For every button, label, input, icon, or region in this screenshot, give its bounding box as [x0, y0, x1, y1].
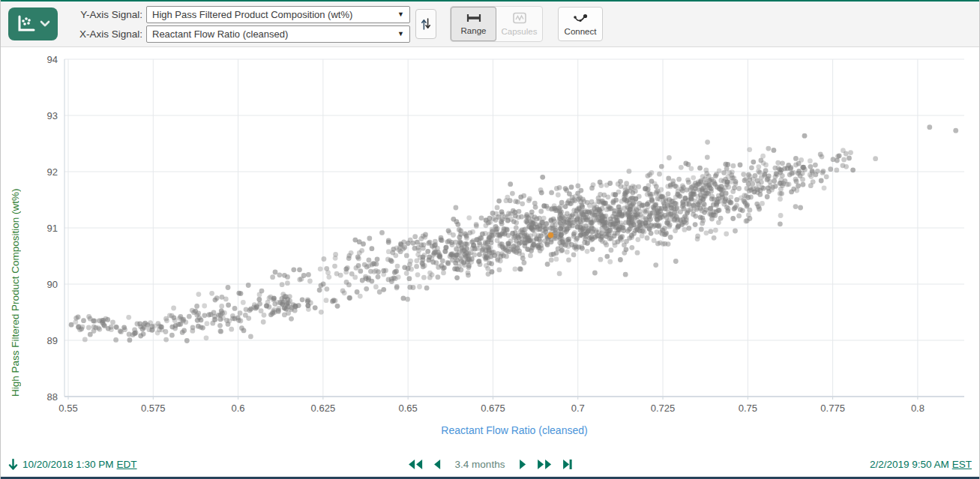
- end-timezone-link[interactable]: EST: [952, 459, 972, 470]
- step-to-end-icon: [562, 459, 573, 470]
- svg-text:90: 90: [47, 279, 58, 290]
- right-arrow-icon: [518, 459, 527, 470]
- display-range-end: 2/2/2019 9:50 AMEST: [870, 459, 972, 470]
- connect-button[interactable]: Connect: [558, 7, 603, 41]
- svg-text:88: 88: [47, 391, 58, 403]
- swap-axes-button[interactable]: [415, 9, 436, 39]
- dropdown-caret-icon: ▼: [397, 10, 404, 18]
- display-range-duration[interactable]: 3.4 months: [455, 459, 505, 470]
- svg-text:0.6: 0.6: [232, 403, 245, 414]
- connected-points-icon: [571, 13, 589, 24]
- svg-text:92: 92: [47, 166, 58, 178]
- toolbar: Y-Axis Signal: High Pass Filtered Produc…: [1, 0, 979, 47]
- svg-text:0.7: 0.7: [571, 403, 585, 414]
- chevron-down-icon: [40, 20, 50, 28]
- time-navigation: 3.4 months: [407, 459, 574, 470]
- range-ibeam-icon: [466, 13, 482, 23]
- svg-text:0.675: 0.675: [481, 403, 505, 414]
- svg-text:0.725: 0.725: [651, 403, 676, 414]
- scatterplot-tool-button[interactable]: [8, 7, 58, 40]
- svg-text:0.75: 0.75: [739, 403, 757, 414]
- end-datetime: 2/2/2019 9:50 AM: [870, 459, 949, 470]
- chart-region: 0.550.5750.60.6250.650.6750.70.7250.750.…: [1, 47, 980, 453]
- left-arrow-icon: [433, 459, 442, 470]
- svg-text:0.625: 0.625: [311, 403, 336, 414]
- start-datetime: 10/20/2018 1:30 PM: [22, 459, 114, 470]
- axis-signal-selectors: Y-Axis Signal: High Pass Filtered Produc…: [65, 6, 410, 43]
- arrow-down-icon: [8, 459, 18, 471]
- display-range-bar: 10/20/2018 1:30 PMEDT 3.4 months: [1, 452, 979, 477]
- step-to-now-button[interactable]: [562, 459, 573, 470]
- display-range-start: 10/20/2018 1:30 PMEDT: [8, 459, 137, 471]
- x-axis-title: Reactant Flow Ratio (cleansed): [64, 424, 964, 436]
- step-back-button[interactable]: [433, 459, 442, 470]
- svg-text:93: 93: [47, 110, 58, 121]
- view-mode-button-group: Range Capsules: [450, 6, 543, 42]
- y-axis-title: High Pass Filtered Product Composition (…: [10, 58, 21, 397]
- start-timezone-link[interactable]: EDT: [117, 459, 137, 470]
- svg-text:0.575: 0.575: [141, 403, 166, 414]
- svg-text:91: 91: [47, 223, 58, 234]
- swap-vertical-icon: [421, 16, 431, 31]
- range-button[interactable]: Range: [451, 7, 496, 41]
- x-axis-signal-label: X-Axis Signal:: [65, 28, 142, 40]
- scatter-plot-canvas[interactable]: 0.550.5750.60.6250.650.6750.70.7250.750.…: [1, 47, 980, 453]
- step-forward-button[interactable]: [518, 459, 527, 470]
- scatter-plot-icon: [16, 14, 37, 34]
- capsule-signal-icon: [511, 12, 528, 24]
- x-axis-signal-select[interactable]: Reactant Flow Ratio (cleansed) ▼: [146, 25, 410, 43]
- x-axis-signal-value: Reactant Flow Ratio (cleansed): [152, 28, 288, 40]
- svg-text:0.775: 0.775: [820, 403, 845, 414]
- step-back-full-button[interactable]: [407, 459, 424, 470]
- double-left-arrow-icon: [407, 459, 424, 470]
- step-forward-full-button[interactable]: [536, 459, 553, 470]
- svg-text:0.55: 0.55: [58, 403, 77, 414]
- y-axis-signal-select[interactable]: High Pass Filtered Product Composition (…: [146, 6, 410, 23]
- svg-text:89: 89: [47, 335, 58, 346]
- svg-text:94: 94: [47, 54, 58, 65]
- double-right-arrow-icon: [536, 459, 553, 470]
- y-axis-signal-value: High Pass Filtered Product Composition (…: [152, 9, 352, 20]
- dropdown-caret-icon: ▼: [397, 30, 404, 37]
- svg-text:0.65: 0.65: [399, 403, 418, 414]
- capsules-button[interactable]: Capsules: [496, 7, 542, 41]
- scatterplot-workbench-window: Y-Axis Signal: High Pass Filtered Produc…: [0, 0, 980, 479]
- y-axis-signal-label: Y-Axis Signal:: [65, 9, 142, 20]
- svg-text:0.8: 0.8: [911, 403, 925, 414]
